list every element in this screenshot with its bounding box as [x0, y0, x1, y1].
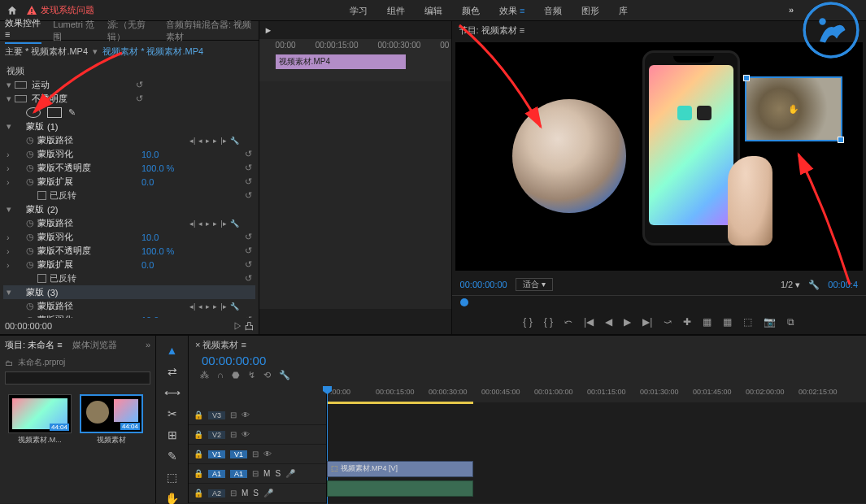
mic-icon[interactable]: 🎤	[285, 469, 295, 478]
add-marker-icon[interactable]: ✚	[683, 316, 691, 328]
hand-tool-icon[interactable]: ✋	[165, 492, 180, 504]
mask-expansion[interactable]: 蒙版扩展	[37, 259, 141, 271]
tab-project[interactable]: 项目: 未命名 ≡	[5, 339, 63, 351]
work-area-bar[interactable]	[327, 402, 473, 404]
frame-back-icon[interactable]: ◀	[605, 316, 612, 328]
tab-graphics[interactable]: 图形	[581, 5, 599, 17]
track-tag[interactable]: V1	[230, 450, 247, 458]
kf-next-icon[interactable]: ▸	[213, 302, 217, 311]
kf-play-icon[interactable]: ▸	[206, 137, 210, 145]
twirl-icon[interactable]: ›	[7, 232, 16, 242]
invert-checkbox[interactable]	[37, 191, 46, 200]
tab-library[interactable]: 库	[619, 5, 628, 17]
zoom-fit-dropdown[interactable]: 适合 ▾	[516, 278, 553, 291]
pen-tool-icon[interactable]: ✎	[165, 450, 180, 463]
reset-icon[interactable]: ↺	[136, 80, 143, 90]
ripple-tool-icon[interactable]: ⟷	[165, 386, 180, 399]
marker-icon[interactable]: ⬣	[232, 370, 240, 386]
settings-icon[interactable]: 🔧	[808, 280, 820, 290]
playhead-icon[interactable]	[460, 298, 468, 306]
tab-media-browser[interactable]: 媒体浏览器	[72, 339, 117, 351]
program-scrubber[interactable]	[452, 295, 866, 310]
video-clip[interactable]: ⬚ 视频素材.MP4 [V]	[327, 461, 473, 477]
mask-opacity[interactable]: 蒙版不透明度	[37, 162, 141, 174]
reset-icon[interactable]: ↺	[245, 176, 252, 187]
lift-icon[interactable]: ▦	[703, 316, 712, 328]
mask-feather[interactable]: 蒙版羽化	[37, 231, 141, 243]
mask-opacity-value[interactable]: 100.0 %	[141, 246, 174, 256]
reset-icon[interactable]: ↺	[245, 149, 252, 159]
audio-clip[interactable]	[327, 480, 473, 497]
home-icon[interactable]	[7, 5, 18, 16]
twirl-icon[interactable]: ›	[7, 246, 16, 256]
tab-edit[interactable]: 编辑	[424, 5, 442, 17]
twirl-icon[interactable]: ▾	[7, 93, 15, 104]
twirl-icon[interactable]: ›	[7, 260, 16, 270]
kf-prev-icon[interactable]: ◂	[198, 137, 202, 145]
track-tag[interactable]: A1	[230, 470, 247, 478]
sequence-clip-dropdown[interactable]: 视频素材 * 视频素材.MP4	[102, 46, 203, 58]
mask-opacity[interactable]: 蒙版不透明度	[37, 245, 141, 257]
timeline-timecode[interactable]: 00:00:00:00	[189, 354, 866, 370]
tab-color[interactable]: 颜色	[462, 5, 480, 17]
reset-icon[interactable]: ↺	[245, 273, 252, 284]
invert-checkbox[interactable]	[37, 274, 46, 283]
twirl-icon[interactable]: ›	[7, 177, 16, 187]
lock-icon[interactable]: 🔒	[194, 411, 203, 419]
eye-icon[interactable]: 👁	[242, 430, 250, 439]
rect-mask-selection[interactable]: ✋	[745, 76, 842, 141]
track-v3[interactable]: 🔒V3⊟👁	[189, 406, 326, 425]
system-warning[interactable]: 发现系统问题	[26, 4, 94, 16]
kf-play-icon[interactable]: ▸	[206, 302, 210, 311]
mask-expansion-value[interactable]: 0.0	[141, 177, 154, 187]
twirl-icon[interactable]: ›	[7, 150, 16, 159]
resolution-dropdown[interactable]: 1/2 ▾	[781, 280, 800, 290]
lock-icon[interactable]: 🔒	[194, 430, 203, 439]
stopwatch-icon[interactable]: ◷	[26, 135, 34, 146]
wrench-icon[interactable]: 🔧	[279, 370, 290, 386]
program-timecode[interactable]: 00:00:00:00	[460, 280, 507, 289]
kf-next-icon[interactable]: |▸	[220, 219, 226, 228]
lock-icon[interactable]: 🔒	[194, 489, 203, 497]
twirl-icon[interactable]: ▾	[7, 204, 15, 215]
stopwatch-icon[interactable]: ◷	[26, 232, 34, 242]
timeline-area[interactable]: :00:00 00:00:15:00 00:00:30:00 00:00:45:…	[327, 386, 866, 503]
bin-item-selected[interactable]: 44:04 视频素材	[80, 394, 143, 445]
stopwatch-icon[interactable]: ◷	[26, 245, 34, 256]
mask-2[interactable]: 蒙版 (2)	[26, 203, 130, 215]
opacity-effect[interactable]: 不透明度	[32, 93, 136, 105]
comparison-icon[interactable]: ⧉	[787, 316, 794, 328]
mask-expansion-value[interactable]: 0.0	[141, 260, 154, 270]
track-a2[interactable]: 🔒A2⊟MS🎤	[189, 484, 326, 503]
tab-effects[interactable]: 效果 ≡	[499, 5, 524, 17]
time-ruler[interactable]: :00:00 00:00:15:00 00:00:30:00 00:00:45:…	[327, 386, 866, 402]
camera-icon[interactable]: 📷	[764, 316, 776, 328]
track-v2[interactable]: 🔒V2⊟👁	[189, 425, 326, 445]
motion-effect[interactable]: 运动	[32, 79, 136, 91]
wrench-icon[interactable]: 🔧	[230, 219, 239, 228]
kf-prev-icon[interactable]: ◂	[198, 219, 202, 228]
stopwatch-icon[interactable]: ◷	[26, 259, 34, 270]
settings-icon[interactable]: ↯	[248, 370, 255, 386]
selection-tool-icon[interactable]: ▲	[165, 344, 180, 357]
track-tag[interactable]: V3	[208, 411, 225, 419]
kf-prev-icon[interactable]: ◂|	[189, 302, 195, 311]
twirl-icon[interactable]: ▾	[7, 80, 15, 90]
ripple-icon[interactable]: ⟲	[263, 370, 271, 386]
go-out-icon[interactable]: ⤻	[664, 316, 672, 328]
tab-lumetri-scopes[interactable]: Lumetri 范围	[53, 19, 95, 43]
mask-path[interactable]: 蒙版路径	[37, 217, 141, 229]
bin-item[interactable]: 44:04 视频素材.M...	[8, 394, 72, 445]
toggle-icon[interactable]: 凸	[245, 321, 254, 331]
play-icon[interactable]: ▶	[624, 316, 631, 328]
razor-tool-icon[interactable]: ✂	[165, 407, 180, 420]
stopwatch-icon[interactable]: ◷	[26, 176, 34, 187]
lock-icon[interactable]: 🔒	[194, 469, 203, 478]
mark-out-icon[interactable]: { }	[544, 316, 553, 328]
mini-clip[interactable]: 视频素材.MP4	[276, 54, 406, 69]
stopwatch-icon[interactable]: ◷	[26, 301, 34, 311]
fx-toggle[interactable]	[15, 81, 27, 89]
program-view[interactable]: ✋	[455, 42, 863, 271]
pen-mask-icon[interactable]: ✎	[68, 107, 83, 118]
twirl-icon[interactable]: ▾	[7, 121, 15, 132]
